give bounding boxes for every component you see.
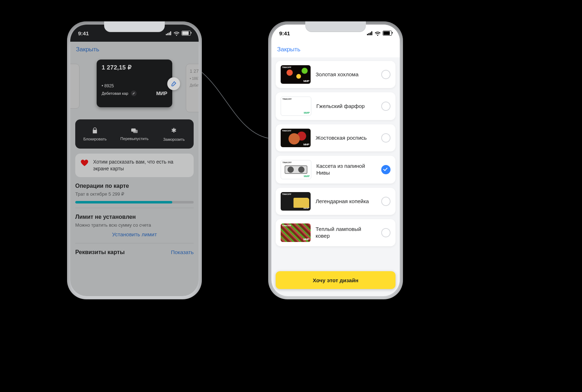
design-thumbnail: TINKOFFМИР <box>281 97 311 116</box>
card-pan-masked: • 8925 <box>102 83 167 88</box>
tinkoff-wordmark: TINKOFF <box>282 66 291 68</box>
operations-section[interactable]: Операции по карте Трат в октябре 5 299 ₽ <box>75 183 194 208</box>
modal-header: Закрыть <box>70 42 199 57</box>
lock-icon <box>91 127 98 134</box>
radio-unselected[interactable] <box>381 133 390 143</box>
phone-notch <box>305 21 366 32</box>
mir-logo: МИР <box>303 79 309 83</box>
design-name: Легендарная копейка <box>316 198 376 205</box>
design-thumbnail: TINKOFFМИР <box>281 223 311 242</box>
tinkoff-wordmark: TINKOFF <box>282 130 291 132</box>
mir-logo: МИР <box>304 111 310 114</box>
radio-unselected[interactable] <box>381 228 390 237</box>
stage: 9:41 Закрыть 1 272,15 ₽ • 8925 <box>0 0 582 392</box>
design-thumbnail: TINKOFFМИР <box>281 129 311 147</box>
radio-selected[interactable] <box>381 165 390 174</box>
design-option[interactable]: TINKOFFМИРГжельский фарфор <box>276 92 395 120</box>
battery-icon <box>383 31 392 36</box>
rename-card-icon[interactable] <box>131 91 137 96</box>
status-icons <box>166 31 191 36</box>
card-carousel[interactable]: 1 272,15 ₽ • 8925 Дебетовая кар МИР <box>70 57 199 117</box>
freeze-card-button[interactable]: ✱ Заморозить <box>154 119 194 149</box>
design-name: Жостовская роспись <box>316 135 376 141</box>
freeze-label: Заморозить <box>163 137 185 141</box>
design-thumbnail: TINKOFFМИР <box>281 160 311 179</box>
next-card-peek[interactable]: 1 272, • 1867 Дебето <box>186 64 199 112</box>
cards-icon <box>131 127 138 134</box>
banner-text: Хотим рассказать вам, что есть на экране… <box>93 159 189 172</box>
radio-unselected[interactable] <box>381 197 390 206</box>
design-name: Кассета из папиной Нивы <box>316 163 376 176</box>
design-option[interactable]: TINKOFFМИРЖостовская роспись <box>276 124 395 151</box>
confirm-design-button[interactable]: Хочу этот дизайн <box>276 271 395 289</box>
info-banner[interactable]: Хотим рассказать вам, что есть на экране… <box>75 154 194 177</box>
phone-card-details: 9:41 Закрыть 1 272,15 ₽ • 8925 <box>67 21 202 299</box>
battery-icon <box>182 31 191 36</box>
svg-rect-1 <box>133 130 138 133</box>
set-limit-button[interactable]: Установить лимит <box>75 231 194 237</box>
design-name: Золотая хохлома <box>316 71 376 78</box>
mir-logo: МИР <box>303 143 309 146</box>
design-option[interactable]: TINKOFFМИРЗолотая хохлома <box>276 61 395 88</box>
brush-icon <box>170 81 177 87</box>
radio-unselected[interactable] <box>381 102 390 111</box>
reissue-label: Перевыпустить <box>121 136 149 141</box>
design-option[interactable]: TINKOFFМИРТеплый ламповый ковер <box>276 219 395 246</box>
reissue-card-button[interactable]: Перевыпустить <box>115 119 154 149</box>
prev-card-peek[interactable] <box>70 64 80 109</box>
requisites-row[interactable]: Реквизиты карты Показать <box>75 249 194 256</box>
spend-progress <box>75 201 194 203</box>
design-thumbnail: TINKOFFМИР <box>281 192 311 211</box>
requisites-title: Реквизиты карты <box>75 249 125 256</box>
close-button[interactable]: Закрыть <box>76 46 99 53</box>
tinkoff-wordmark: TINKOFF <box>282 225 291 227</box>
limit-section: Лимит не установлен Можно тратить всю су… <box>75 214 194 242</box>
tinkoff-wordmark: TINKOFF <box>282 193 291 195</box>
mir-logo: МИР <box>156 91 167 96</box>
change-design-button[interactable] <box>167 77 180 90</box>
wifi-icon <box>174 31 179 35</box>
tinkoff-wordmark: TINKOFF <box>282 98 292 100</box>
design-option[interactable]: TINKOFFМИРКассета из папиной Нивы <box>276 156 395 184</box>
phone-design-picker: 9:41 Закрыть TINKOFFМИРЗолотая хохломаTI… <box>268 21 403 299</box>
operations-title: Операции по карте <box>75 183 194 189</box>
card-type-label: Дебетовая кар <box>102 91 137 96</box>
next-card-balance: 1 272, <box>190 68 199 74</box>
mir-logo: МИР <box>303 206 309 210</box>
design-option[interactable]: TINKOFFМИРЛегендарная копейка <box>276 188 395 215</box>
block-label: Блокировать <box>83 137 107 141</box>
wifi-icon <box>375 31 381 35</box>
signal-icon <box>367 31 373 35</box>
design-list[interactable]: TINKOFFМИРЗолотая хохломаTINKOFFМИРГжель… <box>271 57 400 278</box>
heart-icon <box>80 159 89 167</box>
mir-logo: МИР <box>303 238 309 241</box>
block-card-button[interactable]: Блокировать <box>75 119 115 149</box>
status-time: 9:41 <box>78 30 89 36</box>
phone-notch <box>104 21 165 32</box>
operations-sub: Трат в октябре 5 299 ₽ <box>75 191 194 197</box>
next-card-type: Дебето <box>190 83 199 87</box>
design-name: Гжельский фарфор <box>316 103 376 110</box>
design-thumbnail: TINKOFFМИР <box>281 65 311 84</box>
show-requisites-button[interactable]: Показать <box>171 249 194 255</box>
status-time: 9:41 <box>279 30 290 36</box>
active-card[interactable]: 1 272,15 ₽ • 8925 Дебетовая кар МИР <box>97 60 172 107</box>
limit-sub: Можно тратить всю сумму со счета <box>75 222 194 228</box>
card-actions: Блокировать Перевыпустить ✱ Заморозить <box>75 119 194 149</box>
tinkoff-wordmark: TINKOFF <box>282 161 292 164</box>
status-icons <box>367 31 392 36</box>
next-card-pan: • 1867 <box>190 77 199 81</box>
mir-logo: МИР <box>304 175 310 178</box>
close-button[interactable]: Закрыть <box>277 46 300 53</box>
snowflake-icon: ✱ <box>171 127 177 134</box>
limit-title: Лимит не установлен <box>75 214 194 220</box>
modal-header: Закрыть <box>271 42 400 57</box>
card-balance: 1 272,15 ₽ <box>102 64 167 71</box>
radio-unselected[interactable] <box>381 70 390 79</box>
divider <box>75 243 194 243</box>
signal-icon <box>166 31 172 35</box>
design-name: Теплый ламповый ковер <box>316 226 376 239</box>
